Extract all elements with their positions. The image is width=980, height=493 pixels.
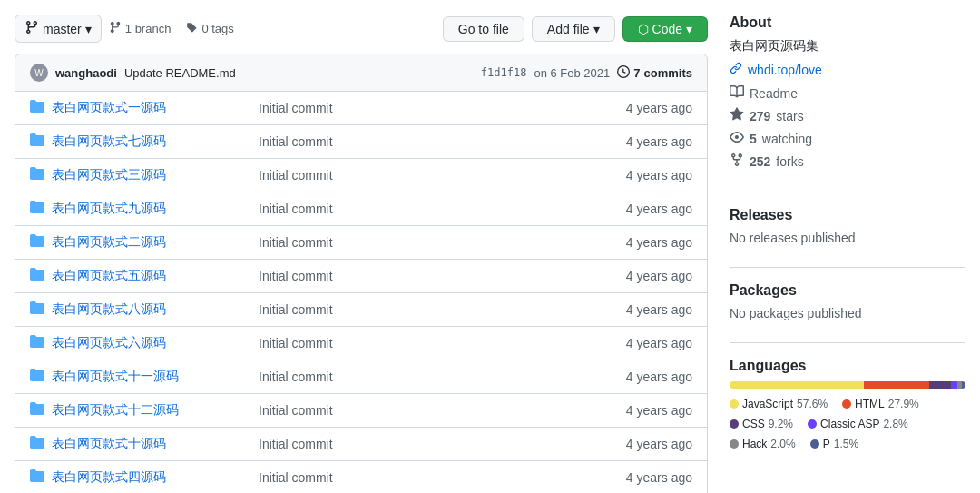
- goto-file-button[interactable]: Go to file: [443, 16, 524, 42]
- code-button[interactable]: ⬡ Code ▾: [622, 16, 708, 42]
- lang-pct: 57.6%: [797, 398, 828, 410]
- folder-icon: [30, 468, 44, 487]
- lang-dot: [810, 439, 819, 449]
- releases-section: Releases No releases published: [730, 207, 965, 245]
- file-commit-message: Initial commit: [259, 235, 576, 250]
- commit-date: on 6 Feb 2021: [534, 66, 610, 80]
- file-commit-message: Initial commit: [259, 134, 576, 149]
- packages-none: No packages published: [730, 306, 965, 320]
- lang-dot: [730, 399, 739, 409]
- clock-icon: [617, 65, 630, 81]
- lang-dot: [730, 419, 739, 429]
- toolbar: master ▾ 1 branch 0 tags Go to file: [15, 15, 708, 43]
- file-name-link[interactable]: 表白网页款式三源码: [52, 167, 251, 183]
- file-date: 4 years ago: [583, 134, 692, 149]
- file-name-link[interactable]: 表白网页款式一源码: [52, 100, 251, 116]
- folder-icon: [30, 334, 44, 352]
- folder-icon: [30, 166, 44, 184]
- table-row: 表白网页款式五源码Initial commit4 years ago: [15, 260, 707, 293]
- folder-icon: [30, 99, 44, 117]
- code-icon: ⬡: [638, 22, 649, 36]
- fork-icon: [730, 153, 744, 170]
- forks-link[interactable]: 252 forks: [730, 153, 965, 170]
- language-bar: [730, 381, 965, 389]
- lang-pct: 9.2%: [769, 418, 793, 430]
- lang-bar-segment-p: [962, 381, 965, 389]
- folder-icon: [30, 233, 44, 251]
- file-name-link[interactable]: 表白网页款式七源码: [52, 133, 251, 150]
- file-name-link[interactable]: 表白网页款式四源码: [52, 469, 251, 486]
- meta-links: 1 branch 0 tags: [109, 21, 436, 36]
- commits-link[interactable]: 7 commits: [617, 65, 692, 81]
- readme-link[interactable]: Readme: [730, 84, 965, 102]
- file-commit-message: Initial commit: [259, 403, 576, 418]
- table-row: 表白网页款式三源码Initial commit4 years ago: [15, 159, 707, 192]
- file-date: 4 years ago: [583, 269, 692, 283]
- file-commit-message: Initial commit: [259, 370, 576, 384]
- table-row: 表白网页款式二源码Initial commit4 years ago: [15, 226, 707, 260]
- tags-link[interactable]: 0 tags: [185, 21, 233, 36]
- table-row: 表白网页款式一源码Initial commit4 years ago: [15, 92, 707, 125]
- packages-section: Packages No packages published: [730, 282, 965, 320]
- lang-item[interactable]: CSS9.2%: [730, 418, 793, 430]
- file-date: 4 years ago: [583, 302, 692, 317]
- branches-link[interactable]: 1 branch: [109, 21, 172, 36]
- table-row: 表白网页款式七源码Initial commit4 years ago: [15, 125, 707, 159]
- branch-selector[interactable]: master ▾: [15, 15, 102, 43]
- file-name-link[interactable]: 表白网页款式十一源码: [52, 369, 251, 385]
- table-row: 表白网页款式八源码Initial commit4 years ago: [15, 293, 707, 327]
- commit-sha: f1d1f18: [481, 66, 527, 79]
- folder-icon: [30, 133, 44, 151]
- file-commit-message: Initial commit: [259, 336, 576, 350]
- chevron-down-icon: ▾: [593, 22, 600, 36]
- file-name-link[interactable]: 表白网页款式八源码: [52, 301, 251, 318]
- file-date: 4 years ago: [583, 235, 692, 250]
- chevron-down-icon: ▾: [686, 22, 692, 36]
- table-row: 表白网页款式六源码Initial commit4 years ago: [15, 327, 707, 360]
- file-date: 4 years ago: [583, 403, 692, 418]
- packages-title: Packages: [730, 282, 965, 299]
- file-name-link[interactable]: 表白网页款式二源码: [52, 234, 251, 251]
- table-row: 表白网页款式十源码Initial commit4 years ago: [15, 428, 707, 461]
- file-date: 4 years ago: [583, 202, 692, 216]
- lang-item[interactable]: Classic ASP2.8%: [808, 418, 908, 430]
- lang-pct: 1.5%: [834, 438, 858, 450]
- language-legend: JavaScript57.6%HTML27.9%CSS9.2%Classic A…: [730, 398, 965, 450]
- website-link[interactable]: whdi.top/love: [730, 62, 965, 77]
- lang-item[interactable]: Hack2.0%: [730, 438, 796, 450]
- file-name-link[interactable]: 表白网页款式十源码: [52, 436, 251, 452]
- folder-icon: [30, 301, 44, 319]
- file-commit-message: Initial commit: [259, 269, 576, 283]
- star-icon: [730, 107, 744, 124]
- lang-item[interactable]: HTML27.9%: [842, 398, 919, 410]
- file-name-link[interactable]: 表白网页款式九源码: [52, 201, 251, 217]
- sidebar-divider: [730, 192, 965, 192]
- file-name-link[interactable]: 表白网页款式五源码: [52, 268, 251, 284]
- add-file-button[interactable]: Add file ▾: [532, 16, 615, 42]
- file-commit-message: Initial commit: [259, 168, 576, 182]
- file-commit-message: Initial commit: [259, 302, 576, 317]
- lang-pct: 27.9%: [888, 398, 919, 410]
- lang-item[interactable]: JavaScript57.6%: [730, 398, 828, 410]
- about-section: About 表白网页源码集 whdi.top/love Readme 279 s: [730, 15, 965, 170]
- main-content: master ▾ 1 branch 0 tags Go to file: [15, 15, 708, 493]
- lang-name: Classic ASP: [820, 418, 879, 430]
- lang-item[interactable]: P1.5%: [810, 438, 858, 450]
- file-date: 4 years ago: [583, 101, 692, 115]
- lang-bar-segment-classic-asp: [951, 381, 957, 389]
- lang-dot: [808, 419, 817, 429]
- file-name-link[interactable]: 表白网页款式六源码: [52, 335, 251, 351]
- repo-description: 表白网页源码集: [730, 38, 965, 54]
- releases-none: No releases published: [730, 231, 965, 245]
- branch-meta-icon: [109, 21, 122, 36]
- link-icon: [730, 62, 742, 77]
- stars-link[interactable]: 279 stars: [730, 107, 965, 124]
- folder-icon: [30, 401, 44, 419]
- watching-link[interactable]: 5 watching: [730, 130, 965, 147]
- file-name-link[interactable]: 表白网页款式十二源码: [52, 402, 251, 419]
- table-row: 表白网页款式十二源码Initial commit4 years ago: [15, 394, 707, 428]
- commit-author[interactable]: wanghaodi: [55, 66, 117, 80]
- branch-name: master: [43, 22, 82, 36]
- languages-title: Languages: [730, 358, 965, 374]
- sidebar-divider-3: [730, 342, 965, 343]
